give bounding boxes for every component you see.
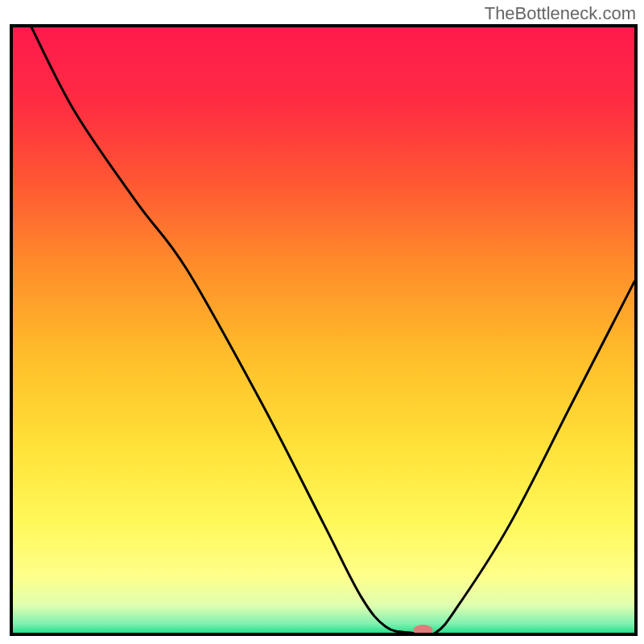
watermark-text: TheBottleneck.com	[485, 3, 636, 24]
gradient-background	[13, 27, 634, 633]
plot-area	[13, 27, 634, 633]
plot-svg	[13, 27, 634, 633]
